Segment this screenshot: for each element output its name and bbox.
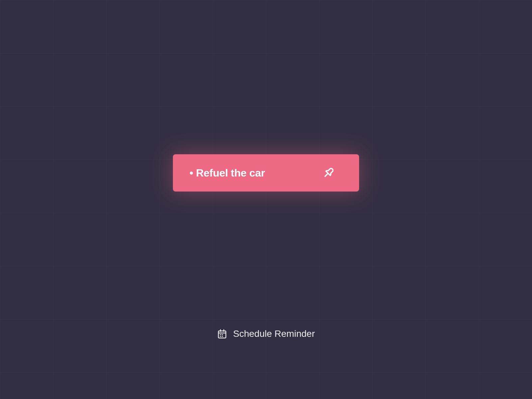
svg-line-0 (325, 173, 328, 176)
schedule-reminder-button[interactable]: Schedule Reminder (217, 329, 315, 339)
svg-rect-5 (220, 334, 221, 335)
svg-rect-6 (222, 334, 223, 335)
pin-icon[interactable] (321, 166, 336, 180)
svg-rect-7 (220, 336, 221, 337)
calendar-icon (217, 329, 227, 339)
content-area: • Refuel the car Schedule Rem (0, 0, 532, 399)
svg-rect-8 (222, 336, 223, 337)
schedule-reminder-label: Schedule Reminder (233, 329, 315, 339)
task-card[interactable]: • Refuel the car (173, 154, 359, 192)
task-title: • Refuel the car (190, 167, 265, 179)
